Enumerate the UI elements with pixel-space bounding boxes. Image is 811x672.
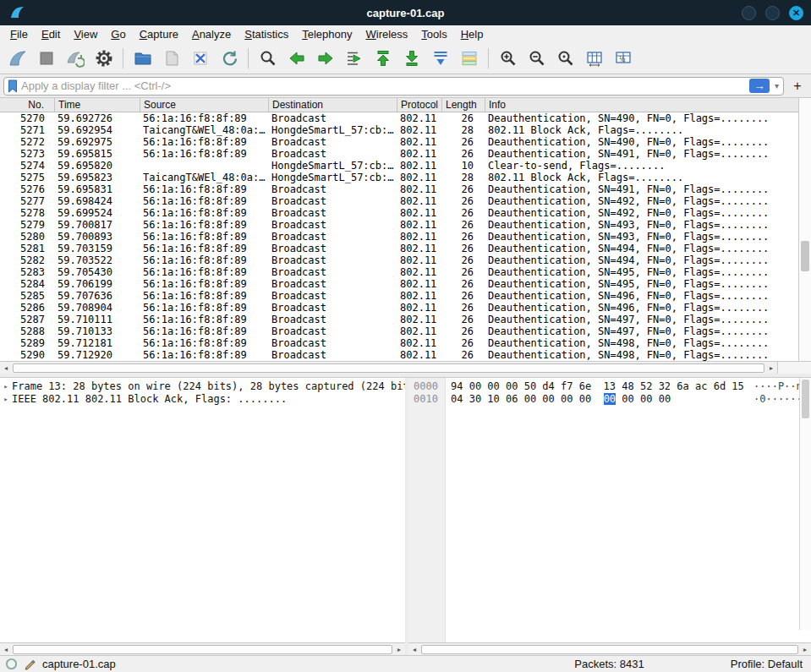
stop-capture-button[interactable] (33, 46, 59, 71)
menu-file[interactable]: File (3, 27, 35, 41)
packet-row[interactable]: 528359.70543056:1a:16:f8:8f:89Broadcast8… (0, 266, 798, 278)
menu-analyze[interactable]: Analyze (185, 27, 238, 41)
menu-statistics[interactable]: Statistics (238, 27, 295, 41)
menu-go[interactable]: Go (104, 27, 132, 41)
auto-scroll-button[interactable] (427, 46, 453, 71)
hex-row[interactable]: 001004 30 10 06 00 00 00 00 00 00 00 00·… (408, 393, 811, 406)
scroll-left-arrow-icon[interactable]: ◂ (408, 646, 420, 653)
colorize-packets-button[interactable] (456, 46, 482, 71)
menu-capture[interactable]: Capture (133, 27, 185, 41)
packet-row[interactable]: 528159.70315956:1a:16:f8:8f:89Broadcast8… (0, 243, 798, 254)
close-file-button[interactable] (187, 46, 213, 71)
scroll-left-arrow-icon[interactable]: ◂ (0, 364, 12, 372)
scroll-right-arrow-icon[interactable]: ▸ (799, 646, 811, 653)
find-packet-button[interactable] (255, 46, 281, 71)
scrollbar-thumb[interactable] (13, 363, 764, 373)
details-horizontal-scrollbar[interactable]: ◂ ▸ (0, 642, 405, 655)
packet-row[interactable]: 528759.71011156:1a:16:f8:8f:89Broadcast8… (0, 314, 798, 325)
expert-info-icon[interactable] (5, 658, 18, 670)
scrollbar-thumb[interactable] (802, 380, 809, 418)
toolbar-separator (123, 48, 123, 68)
detail-row[interactable]: ▸Frame 13: 28 bytes on wire (224 bits), … (0, 380, 405, 393)
save-file-button[interactable] (158, 46, 184, 71)
scrollbar-thumb[interactable] (421, 645, 798, 654)
reload-file-button[interactable] (216, 46, 242, 71)
go-first-packet-button[interactable] (370, 46, 396, 71)
column-header-source[interactable]: Source (140, 98, 269, 112)
go-last-packet-button[interactable] (398, 46, 425, 71)
zoom-out-button[interactable] (523, 46, 550, 71)
packet-row[interactable]: 528859.71013356:1a:16:f8:8f:89Broadcast8… (0, 325, 798, 337)
packet-list-horizontal-scrollbar[interactable]: ◂ ▸ (0, 361, 811, 374)
packet-row[interactable]: 527959.70081756:1a:16:f8:8f:89Broadcast8… (0, 219, 798, 231)
open-file-button[interactable] (129, 46, 156, 71)
resize-columns-button[interactable] (581, 46, 607, 71)
bytes-horizontal-scrollbar[interactable]: ◂ ▸ (408, 642, 811, 655)
shrink-columns-button[interactable]: ½ (610, 46, 636, 71)
packet-row[interactable]: 527159.692954TaicangT&WEl_48:0a:…HongdeS… (0, 124, 798, 136)
column-header-no[interactable]: No. (0, 98, 55, 112)
scroll-right-arrow-icon[interactable]: ▸ (393, 646, 405, 653)
bookmark-icon[interactable] (8, 79, 18, 93)
packet-row[interactable]: 527459.695820HongdeSmartL_57:cb:…802.111… (0, 160, 798, 172)
maximize-button[interactable] (765, 6, 780, 20)
column-header-info[interactable]: Info (485, 98, 798, 112)
expand-arrow-icon[interactable]: ▸ (0, 393, 12, 406)
scrollbar-thumb[interactable] (801, 241, 809, 271)
expand-arrow-icon[interactable]: ▸ (0, 380, 12, 393)
detail-row[interactable]: ▸IEEE 802.11 802.11 Block Ack, Flags: ..… (0, 393, 405, 406)
column-header-destination[interactable]: Destination (269, 98, 397, 112)
menu-telephony[interactable]: Telephony (295, 27, 359, 41)
menu-edit[interactable]: Edit (35, 27, 67, 41)
go-forward-button[interactable] (312, 46, 338, 71)
packet-row[interactable]: 528259.70352256:1a:16:f8:8f:89Broadcast8… (0, 254, 798, 266)
cell-protocol: 802.11 (397, 337, 442, 349)
packet-bytes-pane: 000094 00 00 00 50 d4 f7 6e 13 48 52 32 … (408, 378, 811, 655)
packet-row[interactable]: 527259.69297556:1a:16:f8:8f:89Broadcast8… (0, 136, 798, 148)
restart-capture-button[interactable] (62, 46, 88, 71)
packet-row[interactable]: 528059.70089356:1a:16:f8:8f:89Broadcast8… (0, 231, 798, 243)
packet-row[interactable]: 528659.70890456:1a:16:f8:8f:89Broadcast8… (0, 302, 798, 314)
scroll-right-arrow-icon[interactable]: ▸ (765, 364, 777, 372)
cell-length: 28 (442, 172, 485, 183)
packet-list-vertical-scrollbar[interactable] (798, 98, 811, 361)
minimize-button[interactable] (742, 6, 756, 20)
filter-dropdown-caret-icon[interactable]: ▾ (773, 81, 781, 90)
bytes-vertical-scrollbar[interactable] (799, 378, 811, 630)
apply-filter-button[interactable]: → (749, 79, 770, 93)
zoom-in-button[interactable] (495, 46, 521, 71)
menu-tools[interactable]: Tools (414, 27, 453, 41)
column-header-time[interactable]: Time (55, 98, 140, 112)
scrollbar-thumb[interactable] (13, 645, 392, 654)
capture-comment-pencil-icon[interactable] (24, 658, 36, 670)
status-profile[interactable]: Profile: Default (731, 658, 803, 670)
packet-row[interactable]: 527659.69583156:1a:16:f8:8f:89Broadcast8… (0, 183, 798, 195)
packet-row[interactable]: 527559.695823TaicangT&WEl_48:0a:…HongdeS… (0, 172, 798, 183)
packet-row[interactable]: 528959.71218156:1a:16:f8:8f:89Broadcast8… (0, 337, 798, 349)
packet-row[interactable]: 528459.70619956:1a:16:f8:8f:89Broadcast8… (0, 278, 798, 290)
packet-row[interactable]: 528559.70763656:1a:16:f8:8f:89Broadcast8… (0, 290, 798, 302)
packet-row[interactable]: 529059.71292056:1a:16:f8:8f:89Broadcast8… (0, 349, 798, 361)
cell-length: 26 (442, 148, 485, 160)
start-capture-button[interactable] (4, 46, 30, 71)
zoom-original-button[interactable] (552, 46, 578, 71)
packet-row[interactable]: 527359.69581556:1a:16:f8:8f:89Broadcast8… (0, 148, 798, 160)
packet-row[interactable]: 527059.69272656:1a:16:f8:8f:89Broadcast8… (0, 112, 798, 124)
add-filter-button[interactable]: + (789, 79, 806, 93)
column-header-protocol[interactable]: Protocol (397, 98, 442, 112)
display-filter-input[interactable] (21, 79, 746, 92)
packet-row[interactable]: 527759.69842456:1a:16:f8:8f:89Broadcast8… (0, 195, 798, 207)
cell-no: 5275 (0, 172, 55, 183)
column-header-length[interactable]: Length (442, 98, 485, 112)
go-back-button[interactable] (283, 46, 310, 71)
packet-row[interactable]: 527859.69952456:1a:16:f8:8f:89Broadcast8… (0, 207, 798, 219)
menu-view[interactable]: View (67, 27, 104, 41)
scroll-left-arrow-icon[interactable]: ◂ (0, 646, 12, 653)
menu-wireless[interactable]: Wireless (359, 27, 415, 41)
menu-help[interactable]: Help (454, 27, 490, 41)
capture-options-button[interactable] (90, 46, 117, 71)
cell-no: 5279 (0, 219, 55, 231)
hex-row[interactable]: 000094 00 00 00 50 d4 f7 6e 13 48 52 32 … (408, 380, 811, 393)
close-button[interactable]: ✕ (789, 6, 803, 20)
go-to-packet-button[interactable] (341, 46, 367, 71)
